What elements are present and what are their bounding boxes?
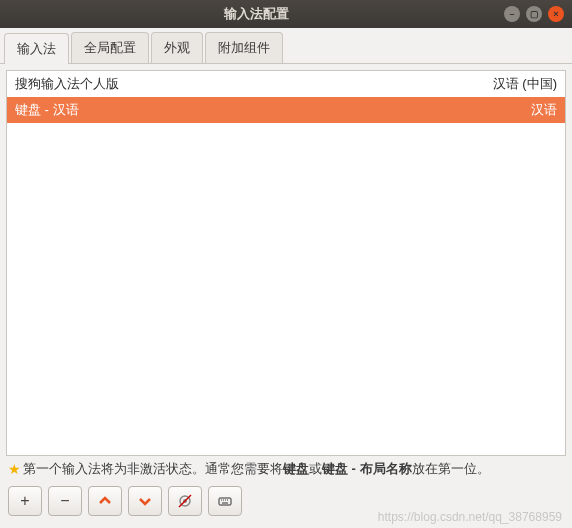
window: 输入法配置 – ▢ × 输入法 全局配置 外观 附加组件 搜狗输入法个人版 汉语… bbox=[0, 0, 572, 528]
maximize-icon[interactable]: ▢ bbox=[526, 6, 542, 22]
list-item[interactable]: 搜狗输入法个人版 汉语 (中国) bbox=[7, 71, 565, 97]
keyboard-icon bbox=[217, 493, 233, 509]
list-item-lang: 汉语 (中国) bbox=[493, 75, 557, 93]
minimize-icon[interactable]: – bbox=[504, 6, 520, 22]
window-controls: – ▢ × bbox=[504, 6, 564, 22]
chevron-down-icon bbox=[137, 493, 153, 509]
chevron-up-icon bbox=[97, 493, 113, 509]
svg-line-2 bbox=[179, 495, 191, 507]
window-title: 输入法配置 bbox=[8, 5, 504, 23]
list-item[interactable]: 键盘 - 汉语 汉语 bbox=[7, 97, 565, 123]
add-button[interactable]: + bbox=[8, 486, 42, 516]
move-down-button[interactable] bbox=[128, 486, 162, 516]
list-item-name: 搜狗输入法个人版 bbox=[15, 75, 119, 93]
gear-icon bbox=[177, 493, 193, 509]
tab-bar: 输入法 全局配置 外观 附加组件 bbox=[0, 28, 572, 64]
plus-icon: + bbox=[20, 492, 29, 510]
hint-text: ★ 第一个输入法将为非激活状态。通常您需要将键盘或键盘 - 布局名称放在第一位。 bbox=[6, 456, 566, 482]
configure-button[interactable] bbox=[168, 486, 202, 516]
tab-appearance[interactable]: 外观 bbox=[151, 32, 203, 63]
tab-addons[interactable]: 附加组件 bbox=[205, 32, 283, 63]
keyboard-button[interactable] bbox=[208, 486, 242, 516]
titlebar: 输入法配置 – ▢ × bbox=[0, 0, 572, 28]
svg-rect-3 bbox=[219, 498, 231, 505]
move-up-button[interactable] bbox=[88, 486, 122, 516]
tab-input-method[interactable]: 输入法 bbox=[4, 33, 69, 64]
list-item-lang: 汉语 bbox=[531, 101, 557, 119]
remove-button[interactable]: − bbox=[48, 486, 82, 516]
star-icon: ★ bbox=[8, 461, 21, 477]
tab-global-config[interactable]: 全局配置 bbox=[71, 32, 149, 63]
list-item-name: 键盘 - 汉语 bbox=[15, 101, 79, 119]
minus-icon: − bbox=[60, 492, 69, 510]
toolbar: + − bbox=[6, 482, 566, 522]
close-icon[interactable]: × bbox=[548, 6, 564, 22]
content-area: 搜狗输入法个人版 汉语 (中国) 键盘 - 汉语 汉语 ★ 第一个输入法将为非激… bbox=[0, 64, 572, 528]
input-method-list[interactable]: 搜狗输入法个人版 汉语 (中国) 键盘 - 汉语 汉语 bbox=[6, 70, 566, 456]
